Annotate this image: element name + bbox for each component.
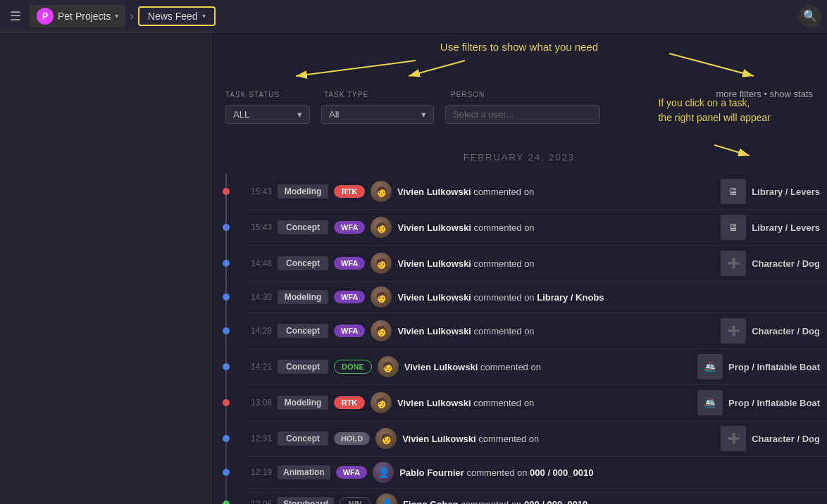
person-label: PERSON bbox=[451, 91, 485, 99]
timeline-dot bbox=[223, 500, 230, 504]
sidebar bbox=[0, 32, 211, 504]
list-item[interactable]: 14:30 Modeling WFA 🧑 Vivien Lulkowski co… bbox=[247, 282, 827, 313]
task-ref: Library / Levers bbox=[752, 187, 820, 197]
timeline-dot bbox=[223, 294, 230, 301]
user-avatar: 🧑 bbox=[371, 392, 392, 413]
timeline-dot bbox=[223, 399, 230, 406]
task-ref: 000 / 000_0010 bbox=[530, 467, 593, 478]
list-item[interactable]: 12:31 Concept HOLD 🧑 Vivien Lulkowski co… bbox=[247, 421, 827, 457]
activity-text: Vivien Lulkowski commented on bbox=[404, 362, 692, 372]
task-ref: Prop / Inflatable Boat bbox=[728, 362, 820, 372]
activity-time: 14:28 bbox=[247, 326, 272, 336]
person-placeholder: Select a user... bbox=[453, 109, 514, 120]
task-status-dropdown[interactable]: ALL ▾ bbox=[225, 105, 310, 124]
project-avatar: P bbox=[37, 8, 54, 25]
task-status-value: ALL bbox=[233, 109, 249, 120]
search-button[interactable]: 🔍 bbox=[799, 5, 821, 27]
task-type-badge: Modeling bbox=[278, 290, 328, 304]
project-selector[interactable]: P Pet Projects ▾ bbox=[30, 5, 125, 27]
task-type-value: All bbox=[329, 109, 339, 120]
task-type-badge: Concept bbox=[278, 431, 328, 446]
task-thumbnail: 🚢 bbox=[697, 354, 723, 379]
status-badge: DONE bbox=[334, 360, 372, 374]
user-name: Vivien Lulkowski bbox=[404, 362, 478, 372]
timeline-dot bbox=[223, 224, 230, 231]
task-type-badge: Modeling bbox=[278, 184, 328, 199]
filter-tip: Use filters to show what you need bbox=[211, 32, 827, 53]
annotation-area: Use filters to show what you need bbox=[211, 32, 827, 89]
main-content: Use filters to show what you need TASK S… bbox=[211, 32, 827, 504]
activity-time: 12:19 bbox=[247, 467, 272, 477]
timeline-dot bbox=[223, 435, 230, 442]
user-avatar-inner: 👤 bbox=[373, 462, 394, 483]
task-ref: Prop / Inflatable Boat bbox=[728, 398, 820, 408]
list-item[interactable]: 12:06 Storyboard N/N 👤 Fiona Cohen comme… bbox=[247, 489, 827, 504]
list-item[interactable]: 13:08 Modeling RTK 🧑 Vivien Lulkowski co… bbox=[247, 385, 827, 421]
timeline-dot bbox=[223, 363, 230, 370]
user-avatar: 👤 bbox=[376, 493, 397, 504]
timeline-dot bbox=[223, 469, 230, 476]
user-name: Vivien Lulkowski bbox=[397, 398, 471, 408]
activity-text: Vivien Lulkowski commented on bbox=[397, 258, 715, 269]
user-name: Vivien Lulkowski bbox=[397, 222, 471, 233]
user-name: Vivien Lulkowski bbox=[397, 326, 471, 336]
task-status-label: TASK STATUS bbox=[225, 91, 280, 99]
task-type-dropdown[interactable]: All ▾ bbox=[321, 105, 434, 124]
task-type-badge: Animation bbox=[278, 465, 330, 479]
user-avatar-inner: 🧑 bbox=[375, 428, 397, 449]
user-name: Vivien Lulkowski bbox=[402, 434, 476, 444]
list-item[interactable]: 15:43 Concept WFA 🧑 Vivien Lulkowski com… bbox=[247, 210, 827, 246]
user-avatar-inner: 🧑 bbox=[371, 181, 392, 202]
user-avatar: 🧑 bbox=[371, 320, 392, 341]
user-avatar: 🧑 bbox=[378, 356, 399, 377]
project-name: Pet Projects bbox=[58, 11, 111, 22]
activity-text: Vivien Lulkowski commented on bbox=[397, 326, 715, 336]
task-type-badge: Concept bbox=[278, 220, 328, 234]
status-badge: WFA bbox=[334, 221, 365, 234]
user-avatar: 🧑 bbox=[371, 286, 392, 308]
activity-time: 13:08 bbox=[247, 398, 272, 408]
task-ref: Library / Knobs bbox=[537, 292, 604, 303]
task-ref: Character / Dog bbox=[752, 326, 820, 336]
task-ref: Library / Levers bbox=[752, 222, 820, 233]
chevron-down-icon: ▾ bbox=[115, 12, 118, 20]
newsfeed-chevron-icon: ▾ bbox=[202, 12, 206, 20]
task-thumbnail: ➕ bbox=[721, 426, 746, 451]
user-name: Vivien Lulkowski bbox=[397, 258, 471, 269]
task-thumbnail: ➕ bbox=[721, 318, 746, 344]
status-badge: WFA bbox=[336, 466, 367, 479]
newsfeed-label: News Feed bbox=[148, 11, 198, 22]
search-icon: 🔍 bbox=[803, 9, 817, 23]
activity-text: Vivien Lulkowski commented on bbox=[402, 434, 715, 444]
user-avatar: 👤 bbox=[373, 462, 394, 483]
list-item[interactable]: 14:28 Concept WFA 🧑 Vivien Lulkowski com… bbox=[247, 313, 827, 349]
activity-time: 12:31 bbox=[247, 434, 272, 443]
hamburger-icon: ☰ bbox=[10, 9, 21, 23]
task-thumbnail: 🚢 bbox=[697, 390, 723, 415]
task-type-badge: Concept bbox=[278, 324, 328, 338]
list-item[interactable]: 12:19 Animation WFA 👤 Pablo Fournier com… bbox=[247, 457, 827, 489]
user-name: Fiona Cohen bbox=[403, 499, 459, 505]
task-type-badge: Storyboard bbox=[278, 497, 334, 504]
timeline: 15:43 Modeling RTK 🧑 Vivien Lulkowski co… bbox=[211, 174, 827, 504]
activity-time: 15:43 bbox=[247, 222, 272, 232]
newsfeed-tab[interactable]: News Feed ▾ bbox=[138, 6, 216, 26]
task-thumbnail: 🖥 bbox=[721, 215, 746, 240]
user-avatar: 🧑 bbox=[375, 428, 397, 449]
task-type-label: TASK TYPE bbox=[324, 91, 368, 99]
list-item[interactable]: 14:21 Concept DONE 🧑 Vivien Lulkowski co… bbox=[247, 349, 827, 385]
menu-button[interactable]: ☰ bbox=[6, 6, 25, 27]
activity-time: 14:21 bbox=[247, 362, 272, 372]
task-status-label-group: TASK STATUS bbox=[225, 89, 310, 99]
list-item[interactable]: 14:48 Concept WFA 🧑 Vivien Lulkowski com… bbox=[247, 246, 827, 282]
person-dropdown[interactable]: Select a user... bbox=[445, 105, 600, 124]
status-chevron-icon: ▾ bbox=[297, 109, 302, 120]
list-item[interactable]: 15:43 Modeling RTK 🧑 Vivien Lulkowski co… bbox=[247, 174, 827, 210]
timeline-dot bbox=[223, 327, 230, 334]
activity-text: Vivien Lulkowski commented on Library / … bbox=[397, 292, 820, 303]
user-avatar: 🧑 bbox=[371, 253, 392, 274]
user-avatar: 🧑 bbox=[371, 217, 392, 238]
status-badge: RTK bbox=[334, 396, 365, 409]
activity-time: 15:43 bbox=[247, 187, 272, 196]
topbar: ☰ P Pet Projects ▾ › News Feed ▾ 🔍 bbox=[0, 0, 827, 32]
